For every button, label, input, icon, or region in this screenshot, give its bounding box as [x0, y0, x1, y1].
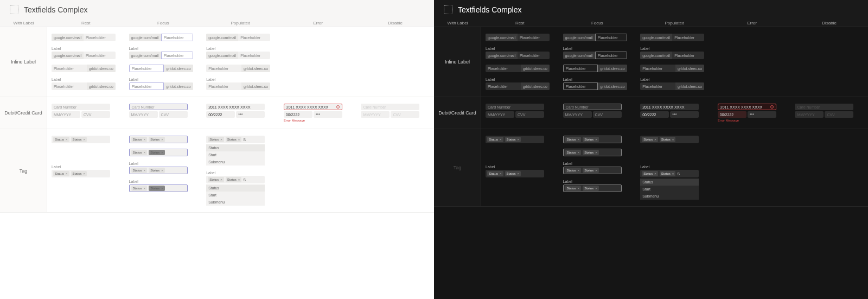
dropdown-item[interactable]: Submenu — [206, 199, 265, 206]
card-number-input[interactable]: 2011 XXXX XXXX XXXX — [640, 104, 699, 110]
card-expiry-input[interactable]: 00/2222 — [284, 111, 312, 118]
tag-field[interactable]: Status×Status× — [129, 149, 188, 156]
text-input[interactable]: Placeholder — [52, 65, 87, 72]
dropdown[interactable]: StatusStartSubmenu — [206, 185, 265, 206]
text-input[interactable]: Placeholder — [206, 82, 241, 90]
tag-chip[interactable]: Status× — [131, 150, 148, 155]
tag-chip[interactable]: Status× — [583, 137, 599, 142]
tag-chip[interactable]: Status× — [131, 137, 148, 142]
close-icon[interactable]: × — [220, 178, 222, 181]
tag-field[interactable]: Status×Status× — [563, 185, 622, 192]
card-number-input[interactable]: 2011 XXXX XXXX XXXX — [718, 104, 776, 110]
text-input[interactable]: Placeholder — [238, 52, 270, 59]
suffix-field[interactable]: Placeholdergridot.sleec.co — [52, 82, 116, 90]
suffix-field[interactable]: Placeholdergridot.sleec.co — [563, 65, 627, 72]
tag-chip[interactable]: Status× — [583, 186, 599, 191]
dropdown-item[interactable]: Status — [206, 185, 265, 192]
dropdown-item[interactable]: Start — [640, 186, 699, 193]
card-expiry-input[interactable]: 00/2222 — [206, 111, 235, 118]
text-input[interactable]: Placeholder — [640, 82, 675, 90]
close-icon[interactable]: × — [578, 187, 580, 190]
card-number-input[interactable]: 2011 XXXX XXXX XXXX — [284, 104, 342, 110]
prefix-field[interactable]: google.com/mailPlaceholder — [486, 34, 550, 41]
text-input[interactable]: Placeholder — [672, 52, 704, 59]
tag-chip[interactable]: Status× — [71, 137, 87, 142]
close-icon[interactable]: × — [595, 169, 597, 172]
close-icon[interactable]: × — [84, 172, 86, 175]
tag-chip[interactable]: Status× — [505, 137, 521, 142]
prefix-field[interactable]: google.com/mailPlaceholder — [52, 52, 116, 59]
tag-chip[interactable]: Status× — [565, 186, 582, 191]
tag-chip[interactable]: Status× — [565, 150, 582, 155]
tag-chip[interactable]: Status× — [505, 171, 521, 176]
suffix-field[interactable]: Placeholdergridot.sleec.co — [206, 65, 270, 72]
tag-field[interactable]: Status×Status× — [52, 170, 110, 177]
tag-chip[interactable]: Status× — [53, 137, 69, 142]
card-cvv-input[interactable]: CVV — [593, 111, 622, 118]
close-icon[interactable]: × — [654, 172, 656, 175]
text-input[interactable]: Placeholder — [563, 65, 598, 72]
tag-chip[interactable]: Status× — [487, 137, 503, 142]
tag-field[interactable]: Status×Status× — [129, 185, 188, 192]
text-input[interactable]: Placeholder — [52, 82, 87, 90]
tag-chip-selected[interactable]: Status× — [149, 150, 165, 155]
card-field[interactable]: Card NumberMM/YYYYCVV — [563, 104, 622, 118]
tag-field[interactable]: Status×Status× — [563, 167, 622, 174]
text-input[interactable]: Placeholder — [238, 34, 270, 41]
tag-field[interactable]: Status×Status× — [129, 167, 188, 174]
close-icon[interactable]: × — [161, 169, 163, 172]
dropdown-item[interactable]: Submenu — [640, 193, 699, 200]
dropdown-item[interactable]: Start — [206, 151, 265, 158]
close-icon[interactable]: × — [144, 138, 146, 141]
card-number-input[interactable]: Card Number — [129, 104, 188, 110]
tag-chip[interactable]: Status× — [226, 177, 242, 182]
tag-field[interactable]: Status×Status× — [563, 149, 622, 156]
tag-field[interactable]: Status×Status×S — [206, 136, 265, 143]
text-input[interactable]: Placeholder — [129, 65, 164, 72]
close-icon[interactable]: × — [161, 187, 163, 190]
suffix-field[interactable]: Placeholdergridot.sleec.co — [129, 82, 193, 90]
card-number-input[interactable]: Card Number — [563, 104, 622, 110]
close-icon[interactable]: × — [654, 138, 656, 141]
suffix-field[interactable]: Placeholdergridot.sleec.co — [640, 82, 704, 90]
tag-chip[interactable]: Status× — [149, 168, 165, 173]
card-expiry-input[interactable]: 00/2222 — [640, 111, 669, 118]
tag-field[interactable]: Status×Status× — [486, 170, 544, 177]
prefix-field[interactable]: google.com/mailPlaceholder — [206, 34, 270, 41]
tag-chip[interactable]: Status× — [131, 168, 148, 173]
card-expiry-input[interactable]: MM/YYYY — [486, 111, 514, 118]
text-input[interactable]: Placeholder — [84, 34, 116, 41]
dropdown-item[interactable]: Start — [206, 192, 265, 199]
close-icon[interactable]: × — [518, 172, 520, 175]
text-input[interactable]: Placeholder — [486, 82, 521, 90]
close-icon[interactable]: × — [595, 187, 597, 190]
text-input[interactable]: Placeholder — [129, 82, 164, 90]
close-icon[interactable]: × — [578, 169, 580, 172]
card-field[interactable]: 2011 XXXX XXXX XXXX00/2222***Error Messa… — [718, 104, 776, 122]
tag-field[interactable]: Status×Status× — [640, 136, 699, 143]
suffix-field[interactable]: Placeholdergridot.sleec.co — [52, 65, 116, 72]
tag-chip-selected[interactable]: Status× — [149, 186, 165, 191]
text-input[interactable]: Placeholder — [595, 34, 627, 41]
card-expiry-input[interactable]: MM/YYYY — [563, 111, 592, 118]
suffix-field[interactable]: Placeholdergridot.sleec.co — [563, 82, 627, 90]
tag-field[interactable]: Status×Status× — [486, 136, 544, 143]
tag-chip[interactable]: Status× — [565, 168, 582, 173]
prefix-field[interactable]: google.com/mailPlaceholder — [52, 34, 116, 41]
prefix-field[interactable]: google.com/mailPlaceholder — [563, 34, 627, 41]
suffix-field[interactable]: Placeholdergridot.sleec.co — [129, 65, 193, 72]
suffix-field[interactable]: Placeholdergridot.sleec.co — [486, 82, 550, 90]
text-input[interactable]: Placeholder — [563, 82, 598, 90]
text-input[interactable]: Placeholder — [518, 34, 550, 41]
text-input[interactable]: Placeholder — [672, 34, 704, 41]
close-icon[interactable]: × — [238, 178, 240, 181]
suffix-field[interactable]: Placeholdergridot.sleec.co — [486, 65, 550, 72]
tag-field[interactable]: Status×Status× — [563, 136, 622, 143]
close-icon[interactable]: × — [500, 138, 502, 141]
tag-chip[interactable]: Status× — [642, 171, 658, 176]
tag-chip[interactable]: Status× — [642, 137, 658, 142]
close-icon[interactable]: × — [220, 138, 222, 141]
card-expiry-input[interactable]: MM/YYYY — [129, 111, 158, 118]
card-field[interactable]: Card NumberMM/YYYYCVV — [129, 104, 188, 118]
close-icon[interactable]: × — [161, 138, 163, 141]
